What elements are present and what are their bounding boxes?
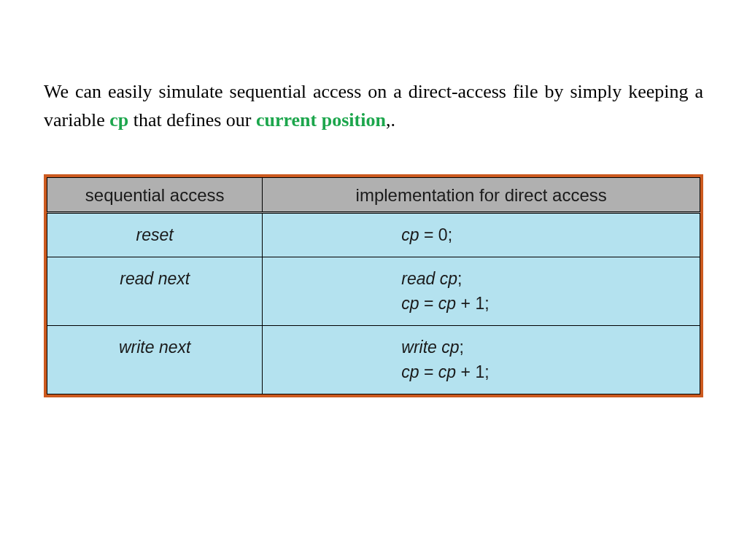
- impl-cell: cp = 0;: [263, 213, 700, 257]
- impl-text: write cp;cp = cp + 1;: [401, 338, 489, 382]
- impl-text: read cp;cp = cp + 1;: [401, 269, 489, 314]
- impl-text: cp = 0;: [401, 225, 452, 244]
- impl-cell: write cp;cp = cp + 1;: [263, 325, 700, 394]
- header-sequential: sequential access: [47, 178, 263, 213]
- para-text-2: that defines our: [128, 109, 256, 131]
- header-direct: implementation for direct access: [263, 178, 700, 213]
- op-cell: write next: [47, 325, 263, 394]
- intro-paragraph: We can easily simulate sequential access…: [44, 77, 703, 134]
- access-table: sequential access implementation for dir…: [47, 177, 700, 394]
- table-header-row: sequential access implementation for dir…: [47, 178, 700, 213]
- var-current-position: current position: [256, 109, 386, 131]
- access-table-frame: sequential access implementation for dir…: [44, 174, 703, 397]
- impl-cell: read cp;cp = cp + 1;: [263, 257, 700, 325]
- op-cell: read next: [47, 257, 263, 325]
- table-row: reset cp = 0;: [47, 213, 700, 257]
- table-row: read next read cp;cp = cp + 1;: [47, 257, 700, 325]
- op-cell: reset: [47, 213, 263, 257]
- para-text-3: ,.: [386, 109, 395, 131]
- var-cp: cp: [109, 109, 128, 131]
- table-row: write next write cp;cp = cp + 1;: [47, 325, 700, 394]
